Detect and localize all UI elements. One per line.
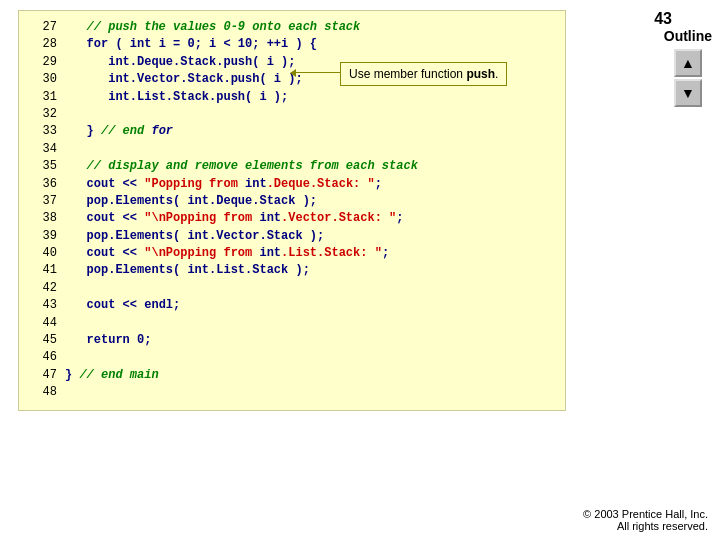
line-code: cout << "\nPopping from int.Vector.Stack… [65, 210, 403, 227]
line-code: cout << "Popping from int.Deque.Stack: "… [65, 176, 382, 193]
line-code: return 0; [65, 332, 151, 349]
line-number: 30 [29, 71, 57, 88]
line-code: // display and remove elements from each… [65, 158, 418, 175]
line-number: 47 [29, 367, 57, 384]
line-code: int.List.Stack.push( i ); [65, 89, 288, 106]
line-code: } // end main [65, 367, 159, 384]
line-number: 48 [29, 384, 57, 401]
line-code: cout << endl; [65, 297, 180, 314]
line-code: for ( int i = 0; i < 10; ++i ) { [65, 36, 317, 53]
copyright: © 2003 Prentice Hall, Inc. All rights re… [583, 508, 708, 532]
line-code: int.Deque.Stack.push( i ); [65, 54, 295, 71]
code-line: 33 } // end for [29, 123, 555, 140]
code-line: 32 [29, 106, 555, 123]
code-line: 31 int.List.Stack.push( i ); [29, 89, 555, 106]
line-number: 40 [29, 245, 57, 262]
line-number: 46 [29, 349, 57, 366]
tooltip-arrow [295, 72, 343, 73]
nav-down-button[interactable]: ▼ [674, 79, 702, 107]
line-number: 36 [29, 176, 57, 193]
copyright-line2: All rights reserved. [583, 520, 708, 532]
line-number: 29 [29, 54, 57, 71]
outline-label: Outline [664, 28, 712, 44]
line-code: // push the values 0-9 onto each stack [65, 19, 360, 36]
code-line: 36 cout << "Popping from int.Deque.Stack… [29, 176, 555, 193]
line-number: 31 [29, 89, 57, 106]
line-code: } // end for [65, 123, 173, 140]
code-line: 27 // push the values 0-9 onto each stac… [29, 19, 555, 36]
line-code: pop.Elements( int.List.Stack ); [65, 262, 310, 279]
outline-area: Outline ▲ ▼ [664, 28, 712, 108]
tooltip-box: Use member function push. [340, 62, 507, 86]
code-line: 48 [29, 384, 555, 401]
line-code: pop.Elements( int.Vector.Stack ); [65, 228, 324, 245]
line-number: 27 [29, 19, 57, 36]
line-number: 35 [29, 158, 57, 175]
code-line: 37 pop.Elements( int.Deque.Stack ); [29, 193, 555, 210]
line-number: 34 [29, 141, 57, 158]
line-number: 41 [29, 262, 57, 279]
code-line: 39 pop.Elements( int.Vector.Stack ); [29, 228, 555, 245]
code-line: 44 [29, 315, 555, 332]
line-number: 28 [29, 36, 57, 53]
code-line: 47} // end main [29, 367, 555, 384]
code-line: 28 for ( int i = 0; i < 10; ++i ) { [29, 36, 555, 53]
code-line: 43 cout << endl; [29, 297, 555, 314]
line-code: int.Vector.Stack.push( i ); [65, 71, 303, 88]
code-line: 45 return 0; [29, 332, 555, 349]
line-number: 33 [29, 123, 57, 140]
code-line: 40 cout << "\nPopping from int.List.Stac… [29, 245, 555, 262]
slide-number: 43 [654, 10, 672, 28]
code-line: 46 [29, 349, 555, 366]
nav-up-button[interactable]: ▲ [674, 49, 702, 77]
line-number: 45 [29, 332, 57, 349]
code-line: 42 [29, 280, 555, 297]
line-code: pop.Elements( int.Deque.Stack ); [65, 193, 317, 210]
line-number: 32 [29, 106, 57, 123]
line-number: 44 [29, 315, 57, 332]
line-code: cout << "\nPopping from int.List.Stack: … [65, 245, 389, 262]
line-number: 38 [29, 210, 57, 227]
line-number: 39 [29, 228, 57, 245]
line-number: 42 [29, 280, 57, 297]
copyright-line1: © 2003 Prentice Hall, Inc. [583, 508, 708, 520]
code-line: 38 cout << "\nPopping from int.Vector.St… [29, 210, 555, 227]
code-line: 41 pop.Elements( int.List.Stack ); [29, 262, 555, 279]
code-line: 34 [29, 141, 555, 158]
line-number: 43 [29, 297, 57, 314]
tooltip-text: Use member function push. [349, 67, 498, 81]
code-line: 35 // display and remove elements from e… [29, 158, 555, 175]
line-number: 37 [29, 193, 57, 210]
